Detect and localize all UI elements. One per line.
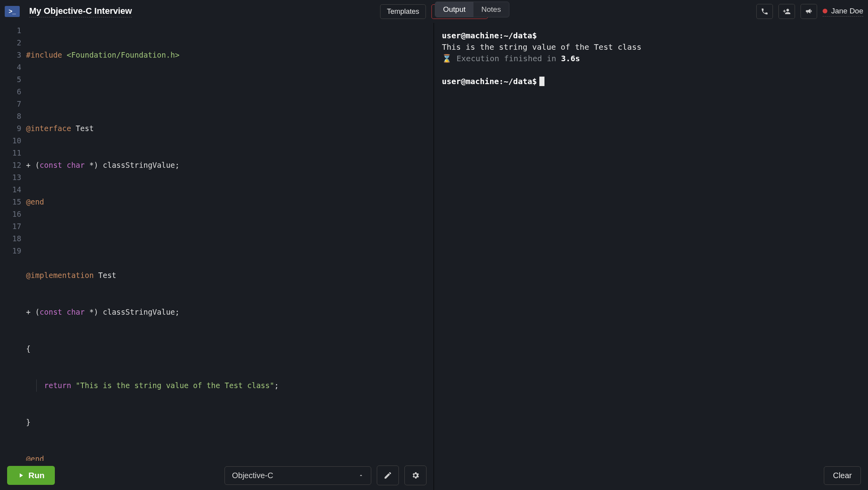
- tab-output[interactable]: Output: [435, 2, 473, 17]
- hourglass-icon: ⌛: [442, 54, 452, 63]
- output-notes-tabs: Output Notes: [435, 2, 509, 17]
- output-footer: Clear: [434, 461, 868, 490]
- top-bar: >_ My Objective-C Interview Templates En…: [0, 0, 868, 23]
- interview-title[interactable]: My Objective-C Interview: [29, 6, 132, 17]
- edit-button[interactable]: [377, 466, 399, 485]
- terminal-prompt: user@machine:~/data$: [442, 31, 537, 40]
- terminal-icon: >_: [9, 8, 16, 15]
- status-dot-icon: [823, 9, 827, 13]
- execution-time: 3.6s: [561, 54, 580, 63]
- user-plus-icon: [783, 8, 791, 15]
- user-chip[interactable]: Jane Doe: [823, 7, 863, 17]
- terminal-prompt: user@machine:~/data$: [442, 77, 537, 86]
- main-area: 1 2 3 4 5 6 7 8 9 10 11 12 13 14 15 16 1…: [0, 23, 868, 490]
- language-select[interactable]: Objective-C: [224, 466, 371, 485]
- app-logo[interactable]: >_: [5, 6, 20, 17]
- code-body[interactable]: #include <Foundation/Foundation.h> @inte…: [26, 24, 434, 461]
- user-name-label: Jane Doe: [831, 7, 863, 15]
- line-gutter: 1 2 3 4 5 6 7 8 9 10 11 12 13 14 15 16 1…: [0, 24, 26, 461]
- settings-button[interactable]: [404, 466, 427, 485]
- code-editor[interactable]: 1 2 3 4 5 6 7 8 9 10 11 12 13 14 15 16 1…: [0, 23, 434, 461]
- language-label: Objective-C: [232, 471, 273, 480]
- terminal-line: This is the string value of the Test cla…: [442, 42, 642, 52]
- megaphone-icon: [805, 8, 813, 15]
- play-icon: [17, 472, 24, 479]
- phone-icon: [761, 8, 769, 15]
- announce-button[interactable]: [801, 4, 817, 19]
- call-button[interactable]: [756, 4, 773, 19]
- editor-footer: Run Objective-C: [0, 461, 434, 490]
- terminal-output[interactable]: user@machine:~/data$ This is the string …: [434, 23, 868, 461]
- run-button-label: Run: [28, 471, 45, 480]
- invite-button[interactable]: [778, 4, 795, 19]
- gear-icon: [411, 471, 420, 480]
- run-button[interactable]: Run: [7, 466, 55, 485]
- editor-pane: 1 2 3 4 5 6 7 8 9 10 11 12 13 14 15 16 1…: [0, 23, 434, 490]
- output-pane: user@machine:~/data$ This is the string …: [434, 23, 868, 490]
- templates-button[interactable]: Templates: [380, 4, 426, 19]
- pencil-icon: [383, 471, 392, 480]
- tab-notes[interactable]: Notes: [473, 2, 509, 17]
- chevron-up-icon: [358, 473, 364, 478]
- terminal-cursor: [539, 77, 544, 86]
- clear-button[interactable]: Clear: [824, 466, 861, 485]
- execution-status: Execution finished in: [452, 54, 561, 63]
